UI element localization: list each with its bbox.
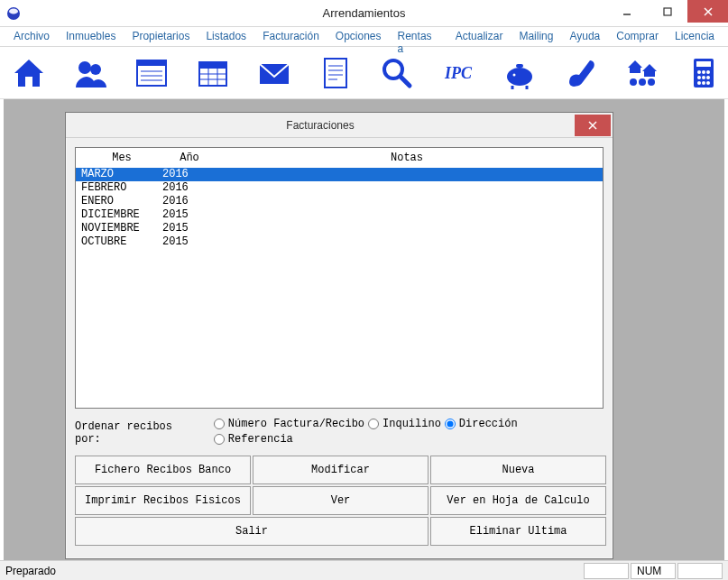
- svg-point-47: [702, 76, 705, 79]
- menu-propietarios[interactable]: Propietarios: [124, 27, 198, 46]
- svg-rect-32: [516, 64, 523, 68]
- cell-ano: 2016: [162, 181, 217, 195]
- calendar-icon[interactable]: [195, 53, 231, 93]
- svg-rect-11: [137, 60, 166, 66]
- ipc-icon[interactable]: IPC: [440, 53, 476, 93]
- cell-mes: ENERO: [81, 195, 162, 208]
- sort-option[interactable]: Número Factura/Recibo: [214, 418, 364, 430]
- cell-notas: [217, 181, 597, 195]
- col-mes: Mes: [81, 152, 162, 164]
- menu-inmuebles[interactable]: Inmuebles: [58, 27, 124, 46]
- menu-actualizar[interactable]: Actualizar: [447, 27, 511, 46]
- ver-button[interactable]: Ver: [253, 486, 429, 515]
- list-row[interactable]: OCTUBRE2015: [76, 235, 603, 249]
- col-ano: Año: [162, 152, 217, 164]
- cell-ano: 2016: [162, 168, 217, 181]
- minimize-button[interactable]: [606, 0, 647, 23]
- sort-option[interactable]: Dirección: [445, 418, 518, 430]
- status-text: Preparado: [5, 565, 56, 577]
- svg-point-30: [507, 68, 532, 86]
- svg-point-50: [702, 81, 705, 85]
- status-num: NUM: [631, 563, 676, 579]
- document-icon[interactable]: [318, 53, 354, 93]
- eliminar-ultima-button[interactable]: Eliminar Ultima: [430, 517, 606, 546]
- list-row[interactable]: NOVIEMBRE2015: [76, 222, 603, 235]
- magnifier-icon[interactable]: [379, 53, 415, 93]
- titlebar: Arrendamientos: [0, 0, 728, 27]
- svg-marker-36: [628, 60, 642, 73]
- menu-archivo[interactable]: Archivo: [5, 27, 58, 46]
- sort-option-label: Número Factura/Recibo: [228, 418, 364, 430]
- salir-button[interactable]: Salir: [75, 517, 429, 546]
- imprimir-recibos-button[interactable]: Imprimir Recibos Fisicos: [75, 486, 251, 515]
- sort-option-label: Inquilino: [382, 418, 441, 430]
- nueva-button[interactable]: Nueva: [430, 456, 606, 484]
- svg-rect-3: [664, 8, 671, 15]
- mail-icon[interactable]: [256, 53, 292, 93]
- cell-mes: DICIEMBRE: [81, 208, 162, 222]
- svg-point-9: [90, 64, 101, 75]
- cell-notas: [217, 208, 597, 222]
- ver-hoja-calculo-button[interactable]: Ver en Hoja de Calculo: [430, 486, 606, 515]
- piggy-icon[interactable]: [502, 53, 538, 93]
- list-row[interactable]: FEBRERO2016: [76, 181, 603, 195]
- cell-ano: 2015: [162, 222, 217, 235]
- close-button[interactable]: [687, 0, 728, 23]
- calculator-icon[interactable]: [686, 53, 722, 93]
- modificar-button[interactable]: Modificar: [253, 456, 429, 484]
- svg-point-31: [513, 73, 516, 76]
- menu-rentas a[interactable]: Rentas a: [390, 27, 447, 46]
- maximize-button[interactable]: [647, 0, 687, 23]
- list-row[interactable]: MARZO2016: [76, 168, 603, 181]
- menu-comprar[interactable]: Comprar: [608, 27, 667, 46]
- statusbar: Preparado NUM: [0, 560, 728, 580]
- menu-mailing[interactable]: Mailing: [511, 27, 561, 46]
- svg-point-1: [9, 8, 18, 14]
- window-controls: [606, 0, 728, 26]
- people-icon[interactable]: [72, 53, 108, 93]
- svg-point-38: [630, 78, 637, 86]
- sort-radio[interactable]: [445, 419, 456, 429]
- menu-licencia[interactable]: Licencia: [667, 27, 723, 46]
- cell-notas: [217, 235, 597, 249]
- menu-listados[interactable]: Listados: [198, 27, 254, 46]
- sort-radio[interactable]: [214, 419, 225, 429]
- list-header: Mes Año Notas: [76, 148, 603, 168]
- cell-mes: NOVIEMBRE: [81, 222, 162, 235]
- fichero-recibos-banco-button[interactable]: Fichero Recibos Banco: [75, 456, 251, 484]
- sort-radio[interactable]: [368, 419, 379, 429]
- cell-notas: [217, 195, 597, 208]
- houses-group-icon[interactable]: [624, 53, 660, 93]
- pour-icon[interactable]: [563, 53, 599, 93]
- facturaciones-list[interactable]: Mes Año Notas MARZO2016FEBRERO2016ENERO2…: [75, 147, 604, 409]
- svg-rect-16: [199, 62, 226, 69]
- workarea: Facturaciones Mes Año Notas MARZO2016FEB…: [4, 99, 724, 560]
- sort-option[interactable]: Referencia: [214, 433, 293, 446]
- list-row[interactable]: ENERO2016: [76, 195, 603, 208]
- svg-point-39: [639, 78, 646, 86]
- list-row[interactable]: DICIEMBRE2015: [76, 208, 603, 222]
- cell-ano: 2016: [162, 195, 217, 208]
- form-icon[interactable]: [134, 53, 170, 93]
- sort-radio[interactable]: [214, 434, 225, 445]
- cell-mes: MARZO: [81, 168, 162, 181]
- menu-opciones[interactable]: Opciones: [327, 27, 390, 46]
- svg-rect-42: [696, 61, 711, 67]
- menu-ayuda[interactable]: Ayuda: [561, 27, 608, 46]
- svg-text:IPC: IPC: [444, 64, 473, 82]
- cell-notas: [217, 168, 597, 181]
- menu-facturación[interactable]: Facturación: [254, 27, 327, 46]
- cell-ano: 2015: [162, 235, 217, 249]
- modal-close-button[interactable]: [575, 115, 611, 136]
- toolbar: IPC: [0, 47, 728, 99]
- svg-point-49: [697, 81, 701, 85]
- status-cell-empty2: [677, 563, 723, 579]
- house-icon[interactable]: [11, 53, 47, 93]
- svg-rect-22: [325, 59, 346, 87]
- svg-point-35: [569, 78, 578, 87]
- sort-label: Ordenar recibos por:: [75, 420, 205, 446]
- sort-row: Ordenar recibos por: Número Factura/Reci…: [75, 418, 604, 448]
- sort-option[interactable]: Inquilino: [368, 418, 441, 430]
- svg-point-46: [697, 76, 701, 79]
- modal-title: Facturaciones: [66, 119, 575, 132]
